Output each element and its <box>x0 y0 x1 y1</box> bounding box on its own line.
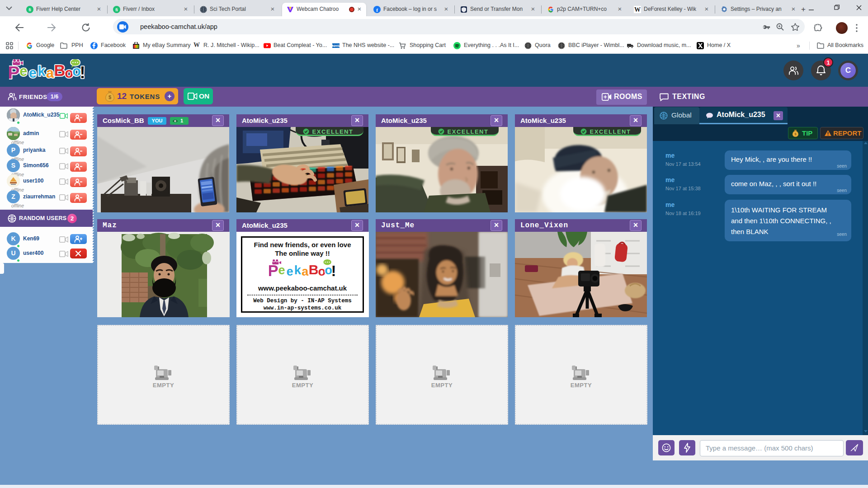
svg-text:B: B <box>54 62 66 79</box>
svg-text:a: a <box>302 264 309 278</box>
svg-text:W: W <box>634 6 641 13</box>
svg-text:k: k <box>294 263 302 277</box>
svg-text:fi: fi <box>115 8 118 12</box>
svg-text:a: a <box>46 65 54 81</box>
svg-text:!: ! <box>331 263 336 279</box>
svg-text:fi: fi <box>28 8 31 12</box>
svg-text:e: e <box>29 65 37 81</box>
svg-text:e: e <box>19 63 27 79</box>
svg-text:f: f <box>376 7 378 13</box>
svg-text:k: k <box>38 63 46 79</box>
svg-text:e: e <box>278 263 285 277</box>
svg-text:NHS: NHS <box>332 44 340 48</box>
svg-text:B: B <box>309 262 319 277</box>
svg-text:!: ! <box>80 63 85 81</box>
svg-text:$: $ <box>108 94 111 100</box>
svg-text:e: e <box>286 264 293 278</box>
